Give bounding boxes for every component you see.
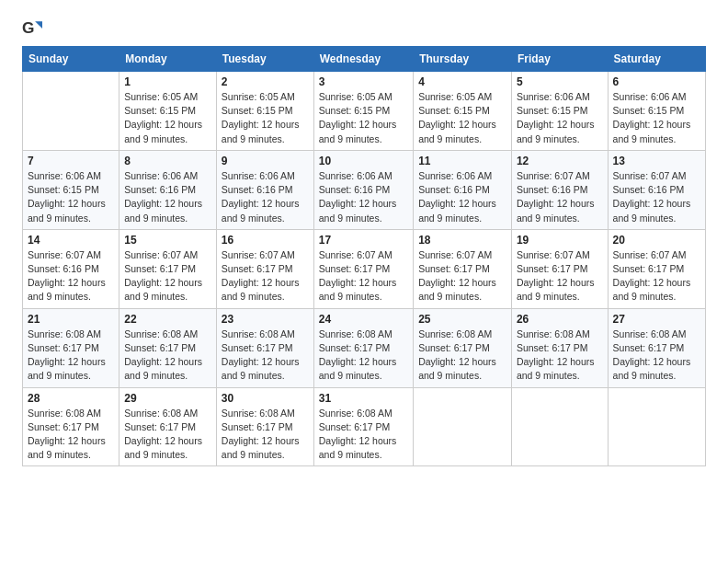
- day-number: 30: [222, 392, 309, 405]
- calendar-cell: [414, 387, 512, 466]
- day-number: 4: [418, 75, 506, 88]
- calendar-table: SundayMondayTuesdayWednesdayThursdayFrid…: [22, 46, 706, 466]
- day-number: 27: [613, 313, 700, 326]
- day-number: 8: [124, 155, 211, 167]
- weekday-header-wednesday: Wednesday: [313, 47, 413, 72]
- calendar-cell: 23 Sunrise: 6:08 AMSunset: 6:17 PMDaylig…: [216, 308, 313, 387]
- day-details: Sunrise: 6:08 AMSunset: 6:17 PMDaylight:…: [319, 407, 408, 463]
- calendar-cell: 6 Sunrise: 6:06 AMSunset: 6:15 PMDayligh…: [608, 72, 705, 151]
- day-details: Sunrise: 6:05 AMSunset: 6:15 PMDaylight:…: [222, 90, 309, 146]
- day-number: 21: [28, 313, 114, 326]
- day-details: Sunrise: 6:07 AMSunset: 6:17 PMDaylight:…: [124, 248, 211, 304]
- day-details: Sunrise: 6:08 AMSunset: 6:17 PMDaylight:…: [418, 327, 506, 384]
- calendar-cell: [23, 72, 119, 151]
- day-details: Sunrise: 6:06 AMSunset: 6:15 PMDaylight:…: [28, 169, 114, 225]
- logo-icon: G: [22, 18, 42, 39]
- calendar-cell: 21 Sunrise: 6:08 AMSunset: 6:17 PMDaylig…: [23, 308, 119, 387]
- weekday-header-tuesday: Tuesday: [216, 47, 313, 72]
- day-details: Sunrise: 6:06 AMSunset: 6:16 PMDaylight:…: [319, 169, 408, 225]
- day-number: 3: [319, 75, 408, 88]
- day-details: Sunrise: 6:07 AMSunset: 6:17 PMDaylight:…: [319, 248, 408, 304]
- week-row-3: 14 Sunrise: 6:07 AMSunset: 6:16 PMDaylig…: [23, 229, 706, 308]
- day-number: 24: [319, 313, 408, 326]
- day-details: Sunrise: 6:08 AMSunset: 6:17 PMDaylight:…: [613, 327, 700, 384]
- calendar-cell: 22 Sunrise: 6:08 AMSunset: 6:17 PMDaylig…: [119, 308, 217, 387]
- weekday-header-thursday: Thursday: [414, 47, 512, 72]
- day-number: 26: [517, 313, 603, 326]
- day-number: 13: [613, 155, 700, 167]
- day-number: 15: [124, 234, 211, 247]
- calendar-cell: 17 Sunrise: 6:07 AMSunset: 6:17 PMDaylig…: [313, 229, 413, 308]
- day-details: Sunrise: 6:08 AMSunset: 6:17 PMDaylight:…: [222, 327, 309, 384]
- day-number: 10: [319, 155, 408, 167]
- calendar-cell: 14 Sunrise: 6:07 AMSunset: 6:16 PMDaylig…: [23, 229, 119, 308]
- day-details: Sunrise: 6:07 AMSunset: 6:16 PMDaylight:…: [613, 169, 700, 225]
- day-number: 7: [28, 155, 114, 167]
- calendar-cell: 3 Sunrise: 6:05 AMSunset: 6:15 PMDayligh…: [313, 72, 413, 151]
- calendar-cell: 8 Sunrise: 6:06 AMSunset: 6:16 PMDayligh…: [119, 150, 217, 229]
- page-header: G: [22, 18, 706, 39]
- day-details: Sunrise: 6:05 AMSunset: 6:15 PMDaylight:…: [319, 90, 408, 146]
- logo: G: [22, 18, 46, 39]
- calendar-cell: 25 Sunrise: 6:08 AMSunset: 6:17 PMDaylig…: [414, 308, 512, 387]
- day-number: 31: [319, 392, 408, 405]
- calendar-cell: 13 Sunrise: 6:07 AMSunset: 6:16 PMDaylig…: [608, 150, 705, 229]
- calendar-cell: 15 Sunrise: 6:07 AMSunset: 6:17 PMDaylig…: [119, 229, 217, 308]
- calendar-cell: 2 Sunrise: 6:05 AMSunset: 6:15 PMDayligh…: [216, 72, 313, 151]
- weekday-header-saturday: Saturday: [608, 47, 705, 72]
- calendar-cell: 4 Sunrise: 6:05 AMSunset: 6:15 PMDayligh…: [414, 72, 512, 151]
- calendar-cell: 31 Sunrise: 6:08 AMSunset: 6:17 PMDaylig…: [313, 387, 413, 466]
- day-details: Sunrise: 6:07 AMSunset: 6:17 PMDaylight:…: [222, 248, 309, 304]
- day-details: Sunrise: 6:08 AMSunset: 6:17 PMDaylight:…: [124, 327, 211, 384]
- calendar-cell: 30 Sunrise: 6:08 AMSunset: 6:17 PMDaylig…: [216, 387, 313, 466]
- day-details: Sunrise: 6:08 AMSunset: 6:17 PMDaylight:…: [124, 407, 211, 463]
- day-details: Sunrise: 6:08 AMSunset: 6:17 PMDaylight:…: [28, 407, 114, 463]
- day-details: Sunrise: 6:06 AMSunset: 6:15 PMDaylight:…: [517, 90, 603, 146]
- day-details: Sunrise: 6:07 AMSunset: 6:17 PMDaylight:…: [613, 248, 700, 304]
- weekday-header-row: SundayMondayTuesdayWednesdayThursdayFrid…: [23, 47, 706, 72]
- calendar-cell: 12 Sunrise: 6:07 AMSunset: 6:16 PMDaylig…: [511, 150, 608, 229]
- svg-text:G: G: [22, 18, 34, 37]
- calendar-cell: 10 Sunrise: 6:06 AMSunset: 6:16 PMDaylig…: [313, 150, 413, 229]
- calendar-cell: 24 Sunrise: 6:08 AMSunset: 6:17 PMDaylig…: [313, 308, 413, 387]
- calendar-cell: [608, 387, 705, 466]
- day-details: Sunrise: 6:06 AMSunset: 6:16 PMDaylight:…: [222, 169, 309, 225]
- calendar-cell: 26 Sunrise: 6:08 AMSunset: 6:17 PMDaylig…: [511, 308, 608, 387]
- day-number: 12: [517, 155, 603, 167]
- calendar-cell: 1 Sunrise: 6:05 AMSunset: 6:15 PMDayligh…: [119, 72, 217, 151]
- week-row-5: 28 Sunrise: 6:08 AMSunset: 6:17 PMDaylig…: [23, 387, 706, 466]
- day-number: 9: [222, 155, 309, 167]
- day-number: 1: [124, 75, 211, 88]
- week-row-2: 7 Sunrise: 6:06 AMSunset: 6:15 PMDayligh…: [23, 150, 706, 229]
- day-number: 19: [517, 234, 603, 247]
- day-number: 14: [28, 234, 114, 247]
- day-details: Sunrise: 6:06 AMSunset: 6:16 PMDaylight:…: [124, 169, 211, 225]
- day-number: 29: [124, 392, 211, 405]
- calendar-cell: 18 Sunrise: 6:07 AMSunset: 6:17 PMDaylig…: [414, 229, 512, 308]
- day-number: 17: [319, 234, 408, 247]
- weekday-header-sunday: Sunday: [23, 47, 119, 72]
- calendar-cell: 16 Sunrise: 6:07 AMSunset: 6:17 PMDaylig…: [216, 229, 313, 308]
- calendar-cell: 11 Sunrise: 6:06 AMSunset: 6:16 PMDaylig…: [414, 150, 512, 229]
- day-number: 25: [418, 313, 506, 326]
- day-details: Sunrise: 6:08 AMSunset: 6:17 PMDaylight:…: [222, 407, 309, 463]
- day-number: 23: [222, 313, 309, 326]
- day-details: Sunrise: 6:07 AMSunset: 6:17 PMDaylight:…: [517, 248, 603, 304]
- day-details: Sunrise: 6:08 AMSunset: 6:17 PMDaylight:…: [319, 327, 408, 384]
- day-details: Sunrise: 6:08 AMSunset: 6:17 PMDaylight:…: [517, 327, 603, 384]
- day-details: Sunrise: 6:07 AMSunset: 6:16 PMDaylight:…: [517, 169, 603, 225]
- day-details: Sunrise: 6:05 AMSunset: 6:15 PMDaylight:…: [418, 90, 506, 146]
- day-number: 18: [418, 234, 506, 247]
- day-number: 2: [222, 75, 309, 88]
- calendar-cell: [511, 387, 608, 466]
- day-details: Sunrise: 6:06 AMSunset: 6:16 PMDaylight:…: [418, 169, 506, 225]
- day-details: Sunrise: 6:07 AMSunset: 6:16 PMDaylight:…: [28, 248, 114, 304]
- calendar-cell: 27 Sunrise: 6:08 AMSunset: 6:17 PMDaylig…: [608, 308, 705, 387]
- week-row-4: 21 Sunrise: 6:08 AMSunset: 6:17 PMDaylig…: [23, 308, 706, 387]
- calendar-cell: 5 Sunrise: 6:06 AMSunset: 6:15 PMDayligh…: [511, 72, 608, 151]
- day-details: Sunrise: 6:08 AMSunset: 6:17 PMDaylight:…: [28, 327, 114, 384]
- week-row-1: 1 Sunrise: 6:05 AMSunset: 6:15 PMDayligh…: [23, 72, 706, 151]
- weekday-header-monday: Monday: [119, 47, 217, 72]
- calendar-cell: 20 Sunrise: 6:07 AMSunset: 6:17 PMDaylig…: [608, 229, 705, 308]
- day-details: Sunrise: 6:05 AMSunset: 6:15 PMDaylight:…: [124, 90, 211, 146]
